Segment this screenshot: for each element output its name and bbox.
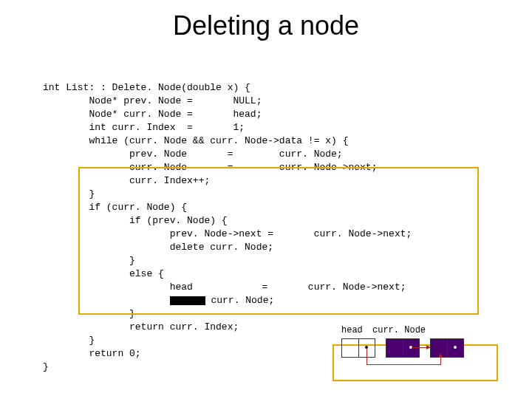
arrow xyxy=(412,347,428,348)
code-line: head = curr. Node->next; xyxy=(43,282,406,293)
code-line: int List: : Delete. Node(double x) { xyxy=(43,82,250,93)
diagram-node xyxy=(430,338,464,358)
code-line: curr. Node; xyxy=(43,295,274,306)
diagram-head-box xyxy=(341,338,375,358)
pointer-dot xyxy=(454,346,457,349)
code-line: int curr. Index = 1; xyxy=(43,122,245,133)
code-line: prev. Node = curr. Node; xyxy=(43,149,343,160)
arrow xyxy=(440,357,441,365)
code-line: Node* prev. Node = NULL; xyxy=(43,95,262,106)
code-line: else { xyxy=(43,268,164,279)
redacted-text xyxy=(170,296,205,305)
code-line: while (curr. Node && curr. Node->data !=… xyxy=(43,135,348,146)
code-line: Node* curr. Node = head; xyxy=(43,109,262,120)
arrow xyxy=(366,364,440,365)
code-line: return curr. Index; xyxy=(43,321,239,332)
code-line: return 0; xyxy=(43,348,141,359)
code-line: prev. Node->next = curr. Node->next; xyxy=(43,228,412,239)
code-line: } xyxy=(43,335,95,346)
code-line: if (curr. Node) { xyxy=(43,202,187,213)
code-line: } xyxy=(43,188,95,200)
linked-list-diagram: head curr. Node xyxy=(341,325,511,368)
code-line: } xyxy=(43,308,135,319)
code-line: delete curr. Node; xyxy=(43,242,273,253)
code-line: curr. Index++; xyxy=(43,175,210,186)
diagram-label-curr: curr. Node xyxy=(372,325,426,335)
arrow-head-icon xyxy=(438,353,443,358)
code-line: if (prev. Node) { xyxy=(43,215,228,226)
code-line: } xyxy=(43,255,135,266)
arrow-head-icon xyxy=(426,345,431,349)
slide-title: Deleting a node xyxy=(0,10,532,41)
diagram-node xyxy=(386,338,420,358)
arrow xyxy=(366,348,367,364)
diagram-label-head: head xyxy=(341,325,363,335)
code-line: } xyxy=(43,361,49,372)
code-line: curr. Node = curr. Node->next; xyxy=(43,162,377,173)
